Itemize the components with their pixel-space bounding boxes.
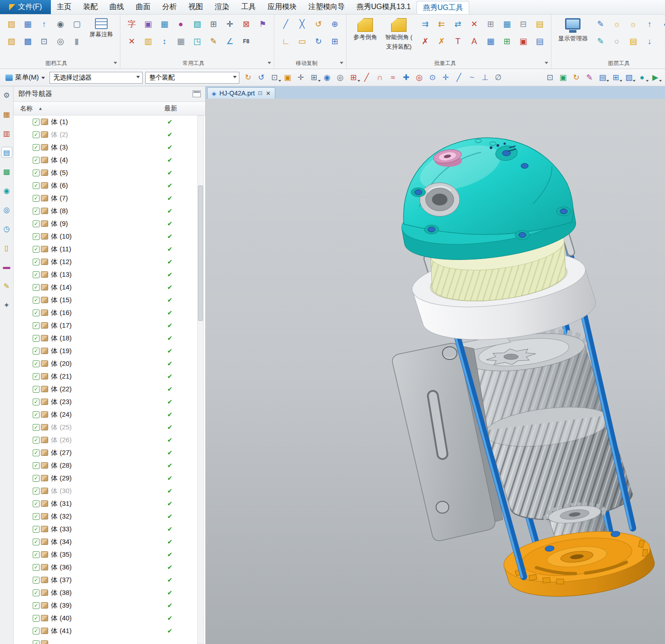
spline-snap-icon[interactable]: ≈: [387, 71, 399, 84]
group-options-caret[interactable]: [545, 62, 548, 66]
row-checkbox[interactable]: ✓: [33, 475, 40, 482]
part-file-tab[interactable]: ◈ HJ-Q42A.prt ⊡ ✕: [207, 87, 275, 99]
group-options-caret[interactable]: [340, 62, 343, 66]
navigator-row[interactable]: ✓ 体 (17) ✔: [14, 319, 205, 332]
row-checkbox[interactable]: ✓: [33, 208, 40, 215]
frame-icon[interactable]: ⊟: [516, 17, 530, 31]
export-part-icon[interactable]: ↑: [37, 17, 51, 31]
navigator-row[interactable]: ✓ 体 (37) ✔: [14, 574, 205, 586]
row-checkbox[interactable]: ✓: [33, 589, 40, 596]
navigator-row[interactable]: ✓ 体 (23) ✔: [14, 395, 205, 408]
bulb-list-icon[interactable]: ▤: [626, 35, 640, 48]
row-checkbox[interactable]: ✓: [33, 310, 40, 316]
ortho-move-icon[interactable]: ∟: [279, 35, 293, 48]
part-navigator-icon[interactable]: ▤: [2, 147, 12, 157]
scrollbar-thumb[interactable]: [198, 185, 203, 321]
clipboard-icon[interactable]: ▮: [70, 35, 84, 48]
row-checkbox[interactable]: ✓: [33, 131, 40, 138]
navigator-row[interactable]: ✓ 体 (11) ✔: [14, 243, 205, 255]
sheet-icon[interactable]: ▦: [500, 17, 514, 31]
spin-icon[interactable]: ↻: [312, 35, 325, 48]
navigator-row[interactable]: ✓ 体 (40) ✔: [14, 612, 205, 624]
row-checkbox[interactable]: ✓: [33, 399, 40, 405]
shaded-mode-icon[interactable]: ◉: [321, 71, 333, 84]
layer-edit-icon[interactable]: ✎: [594, 17, 607, 31]
internet-explorer-icon[interactable]: ◎: [2, 205, 12, 215]
tab-surface[interactable]: 曲面: [130, 0, 156, 14]
bulb-off-icon[interactable]: ○: [610, 35, 624, 48]
navigator-row[interactable]: ✓ 体 (5) ✔: [14, 166, 205, 179]
text-a-icon[interactable]: A: [467, 35, 481, 48]
row-checkbox[interactable]: ✓: [33, 233, 40, 240]
tab-mold-wizard[interactable]: 注塑模向导: [303, 0, 351, 14]
angle-icon[interactable]: ∠: [223, 35, 237, 48]
3d-canvas[interactable]: [206, 99, 665, 644]
move-mode-icon[interactable]: ✛: [295, 71, 307, 84]
display-manager-button[interactable]: 显示管理器: [556, 17, 590, 44]
navigator-scrollbar[interactable]: [197, 115, 204, 644]
history-icon[interactable]: ◷: [2, 224, 12, 234]
row-checkbox[interactable]: ✓: [33, 271, 40, 278]
tab-curve[interactable]: 曲线: [104, 0, 130, 14]
selection-filter-dropdown[interactable]: 无选择过滤器: [50, 72, 143, 84]
row-checkbox[interactable]: ✓: [33, 615, 40, 622]
file-menu-button[interactable]: 文件(F): [0, 0, 51, 14]
pattern-array-icon[interactable]: ⊞: [328, 35, 342, 48]
column-latest[interactable]: 最新: [164, 105, 177, 113]
reuse-library-icon[interactable]: ▩: [2, 166, 12, 176]
navigator-row[interactable]: ✓ 体 (2) ✔: [14, 128, 205, 141]
group-options-caret[interactable]: [114, 62, 117, 66]
navigator-row[interactable]: ✓ 体 (32) ✔: [14, 510, 205, 523]
row-checkbox[interactable]: ✓: [33, 195, 40, 202]
navigator-row[interactable]: ✓ 体 (20) ✔: [14, 357, 205, 370]
row-checkbox[interactable]: ✓: [33, 539, 40, 545]
navigator-row[interactable]: ✓ 体 (25) ✔: [14, 421, 205, 434]
navigator-row[interactable]: ✓ 体 (38) ✔: [14, 586, 205, 599]
restore-window-icon[interactable]: ⊡: [258, 90, 263, 96]
import-pair-icon[interactable]: ⇉: [418, 17, 432, 31]
snap-move-icon[interactable]: ╳: [295, 17, 309, 31]
navigator-row[interactable]: ✓ 体 (1) ✔: [14, 115, 205, 128]
navigator-row[interactable]: ✓ 体 (41) ✔: [14, 624, 205, 637]
row-checkbox[interactable]: ✓: [33, 259, 40, 265]
crosshair-icon[interactable]: ✛: [223, 17, 237, 31]
navigator-row[interactable]: ✓ 体 (15) ✔: [14, 294, 205, 306]
navigator-row[interactable]: ✓ 体 (39) ✔: [14, 599, 205, 612]
navigator-row[interactable]: ✓ 体 (35) ✔: [14, 548, 205, 561]
tab-analysis[interactable]: 分析: [156, 0, 183, 14]
axis-rotate-icon[interactable]: ⊕: [328, 17, 342, 31]
window-view-icon[interactable]: ⊡: [544, 71, 556, 84]
row-checkbox[interactable]: ✓: [33, 628, 40, 634]
column-name[interactable]: 名称 ▲: [14, 105, 43, 113]
prev-layer-icon[interactable]: ‹: [659, 35, 665, 48]
row-checkbox[interactable]: ✓: [33, 348, 40, 354]
stack-icon[interactable]: ▤: [533, 17, 546, 31]
blue-table-icon[interactable]: ▦: [484, 35, 497, 48]
navigator-row[interactable]: ✓ 体 (19) ✔: [14, 344, 205, 357]
bulb-on-icon[interactable]: ☼: [610, 17, 624, 31]
navigator-row[interactable]: ✓ 体 (31) ✔: [14, 497, 205, 510]
undock-panel-button[interactable]: [193, 90, 201, 97]
smart-chamfer-button[interactable]: 智能倒角 ( 支持装配): [383, 17, 415, 52]
row-checkbox[interactable]: ✓: [33, 157, 40, 164]
flag-icon[interactable]: ⚑: [256, 17, 269, 31]
row-checkbox[interactable]: ✓: [33, 462, 40, 469]
edit-pencil-icon[interactable]: ✎: [207, 35, 220, 48]
text-note-icon[interactable]: 字: [125, 17, 139, 31]
close-tab-icon[interactable]: ✕: [266, 90, 271, 97]
group-options-caret[interactable]: [268, 62, 271, 66]
dual-view-icon[interactable]: ⊞: [207, 17, 220, 31]
snapshot-icon[interactable]: ▣: [557, 71, 569, 84]
navigator-row[interactable]: ✓ 体 (14) ✔: [14, 281, 205, 294]
tab-tools[interactable]: 工具: [235, 0, 262, 14]
export-pair-icon[interactable]: ⇇: [435, 17, 448, 31]
navigator-row[interactable]: ✓ 体 (22) ✔: [14, 383, 205, 395]
green-grid-icon[interactable]: ⊞: [500, 35, 514, 48]
row-checkbox[interactable]: ✓: [33, 119, 40, 125]
animation-play-icon[interactable]: ▶: [649, 71, 661, 84]
text-t-icon[interactable]: T: [451, 35, 465, 48]
shape-set-icon[interactable]: ◳: [190, 35, 204, 48]
plus-snap-icon[interactable]: ✛: [440, 71, 452, 84]
wireframe-mode-icon[interactable]: ◎: [334, 71, 347, 84]
row-checkbox[interactable]: ✓: [33, 526, 40, 533]
